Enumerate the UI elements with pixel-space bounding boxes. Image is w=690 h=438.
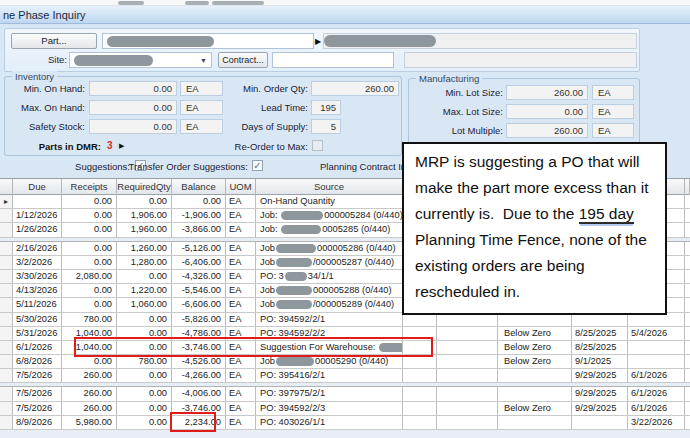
- table-row[interactable]: 6/8/20260.00780.00-4,526.00EAJob00005290…: [0, 355, 690, 369]
- highlight-box-ending-balance: [170, 412, 216, 432]
- table-row[interactable]: 8/9/20265,980.000.002,234.00EAPO: 403026…: [0, 416, 690, 430]
- inventory-groupbox: Min. On Hand: 0.00 EA Max. On Hand: 0.00…: [4, 76, 402, 156]
- annotation-underlined-text: 195 day: [579, 205, 634, 224]
- cell: [685, 270, 690, 283]
- cell: 6/1/2026: [13, 341, 62, 354]
- cell-source: Job000005288 (0/440): [256, 284, 403, 297]
- cell: 4/13/2026: [13, 284, 62, 297]
- site-dropdown[interactable]: ▼: [69, 52, 212, 68]
- column-header[interactable]: RequiredQty: [117, 179, 172, 195]
- contract-description-field[interactable]: [404, 52, 637, 68]
- days-of-supply-label: Days of Supply:: [190, 121, 308, 132]
- cell: [437, 416, 498, 429]
- toolbar-remnant: [185, 1, 209, 5]
- column-header[interactable]: Source: [256, 179, 403, 195]
- inventory-groupbox-title: Inventory: [12, 71, 57, 82]
- min-order-qty-label: Min. Order Qty:: [190, 83, 308, 94]
- lead-time-field[interactable]: 195: [311, 100, 341, 115]
- column-header[interactable]: UOM: [226, 179, 256, 195]
- manufacturing-groupbox-title: Manufacturing: [416, 73, 482, 84]
- suggestions-label: Suggestions:: [25, 161, 130, 172]
- part-description-field[interactable]: [323, 33, 637, 49]
- cell: [0, 341, 13, 354]
- transfer-order-suggestions-checkbox[interactable]: [252, 160, 263, 171]
- redaction-blob: [324, 35, 436, 47]
- min-lot-size-field[interactable]: 260.00: [506, 85, 588, 100]
- max-on-hand-label: Max. On Hand:: [5, 102, 85, 113]
- cell: Below Zero: [498, 327, 572, 340]
- annotation-callout: MRP is suggesting a PO that will make th…: [402, 142, 667, 315]
- cell: [628, 341, 685, 354]
- max-lot-size-label: Max. Lot Size:: [409, 106, 503, 117]
- contract-field[interactable]: [272, 52, 394, 68]
- cell: -4,526.00: [172, 355, 226, 368]
- min-lot-size-uom[interactable]: EA: [592, 85, 634, 100]
- cell: 9/29/2025: [572, 402, 628, 415]
- cell: EA: [226, 223, 256, 236]
- cell: 5/31/2026: [13, 327, 62, 340]
- lot-multiple-uom[interactable]: EA: [592, 123, 634, 138]
- cell: 1,280.00: [117, 256, 172, 269]
- parts-in-dmr-count[interactable]: 3: [107, 140, 113, 151]
- cell: [685, 223, 690, 236]
- min-order-qty-field[interactable]: 260.00: [311, 81, 399, 96]
- window-title: ne Phase Inquiry: [3, 9, 86, 21]
- part-number-field[interactable]: [102, 33, 314, 49]
- window-titlebar[interactable]: ne Phase Inquiry: [0, 6, 690, 24]
- max-lot-size-field[interactable]: 0.00: [506, 104, 588, 119]
- cell: 0.00: [62, 223, 117, 236]
- min-on-hand-field[interactable]: 0.00: [89, 81, 177, 96]
- redaction-blob: [281, 211, 323, 220]
- cell: 3/22/2026: [628, 416, 685, 429]
- redaction-blob: [285, 272, 307, 281]
- redaction-blob: [276, 258, 312, 267]
- column-header[interactable]: Due: [13, 179, 62, 195]
- column-header[interactable]: [0, 179, 13, 195]
- column-header[interactable]: Balance: [172, 179, 226, 195]
- safety-stock-field[interactable]: 0.00: [89, 119, 177, 134]
- redaction-blob: [276, 357, 314, 366]
- cell-source: PO: 395416/2/1: [256, 369, 403, 382]
- min-lot-size-label: Min. Lot Size:: [409, 87, 503, 98]
- cell: 7/5/2026: [13, 387, 62, 400]
- expand-arrow-icon[interactable]: ▶: [315, 37, 321, 46]
- cell-source: Job: 000005284 (0/440): [256, 209, 403, 222]
- cell: [685, 355, 690, 368]
- cell: [685, 341, 690, 354]
- redaction-blob: [276, 244, 316, 253]
- cell: 0.00: [117, 195, 172, 208]
- table-row[interactable]: 7/5/2026260.000.00-4,006.00EAPO: 397975/…: [0, 387, 690, 401]
- table-row[interactable]: 7/5/2026260.000.00-3,746.00EAPO: 394592/…: [0, 402, 690, 416]
- cell: [403, 355, 437, 368]
- lot-multiple-field[interactable]: 260.00: [506, 123, 588, 138]
- cell-source: Job/000005287 (0/440): [256, 256, 403, 269]
- toolbar-remnant: [118, 1, 144, 5]
- table-row[interactable]: 7/5/2026260.000.00-4,266.00EAPO: 395416/…: [0, 369, 690, 383]
- max-on-hand-field[interactable]: 0.00: [89, 100, 177, 115]
- reorder-to-max-checkbox[interactable]: [312, 140, 323, 151]
- min-on-hand-label: Min. On Hand:: [5, 83, 85, 94]
- contract-button[interactable]: Contract...: [218, 52, 268, 68]
- dmr-drilldown-arrow-icon[interactable]: ▶: [119, 142, 124, 150]
- cell: 9/1/2025: [572, 355, 628, 368]
- cell: [498, 369, 572, 382]
- column-header[interactable]: [685, 179, 690, 195]
- cell: 7/5/2026: [13, 369, 62, 382]
- part-button[interactable]: Part...: [11, 33, 97, 49]
- days-of-supply-field[interactable]: 5: [311, 119, 341, 134]
- chevron-down-icon[interactable]: ▼: [200, 57, 207, 64]
- cell: 2/16/2026: [13, 242, 62, 255]
- cell: 8/25/2025: [572, 327, 628, 340]
- cell: [498, 416, 572, 429]
- redaction-blob: [74, 55, 153, 66]
- column-header[interactable]: Receipts: [62, 179, 117, 195]
- max-lot-size-uom[interactable]: EA: [592, 104, 634, 119]
- cell: 0.00: [62, 284, 117, 297]
- cell: 260.00: [62, 402, 117, 415]
- toolbar-remnant: [212, 1, 264, 5]
- cell-source: PO: 397975/2/1: [256, 387, 403, 400]
- reorder-to-max-label: Re-Order to Max:: [190, 141, 308, 152]
- cell: EA: [226, 256, 256, 269]
- cell-source: Job/000005289 (0/440): [256, 298, 403, 311]
- cell: -4,266.00: [172, 369, 226, 382]
